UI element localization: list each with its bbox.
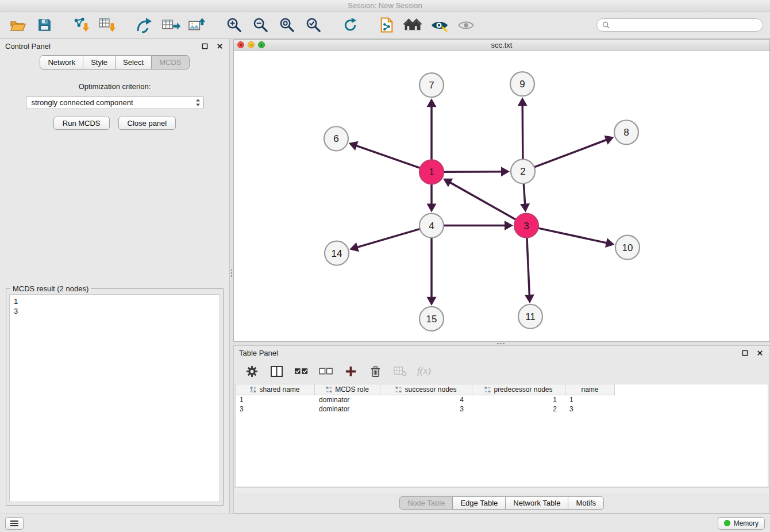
tab-select[interactable]: Select (115, 55, 152, 70)
function-builder-button[interactable]: f(x) (417, 365, 431, 377)
export-image-button[interactable] (186, 14, 208, 36)
tab-style[interactable]: Style (83, 55, 116, 70)
mcds-result-list[interactable]: 1 3 (9, 294, 220, 502)
task-history-button[interactable] (5, 517, 24, 530)
save-session-button[interactable] (33, 14, 55, 36)
table-horizontal-scrollbar[interactable] (234, 487, 769, 493)
graph-edge-arrowhead (525, 294, 534, 303)
graph-edge-1-2[interactable] (442, 172, 501, 172)
table-row[interactable]: 3 dominator 3 2 3 (236, 404, 768, 414)
trash-icon (370, 365, 381, 377)
graph-edge-4-14[interactable] (357, 229, 421, 247)
zoom-in-button[interactable] (223, 14, 245, 36)
mcds-result-title: MCDS result (2 nodes) (10, 284, 91, 293)
open-folder-icon (10, 18, 26, 32)
network-canvas[interactable]: 7968124314101511 (233, 51, 770, 342)
dropdown-arrows-icon (195, 98, 201, 107)
preview-button[interactable] (455, 14, 477, 36)
select-all-button[interactable] (294, 364, 309, 379)
graph-edge-1-6[interactable] (357, 146, 421, 168)
column-header-mcds-role[interactable]: MCDS role (315, 384, 380, 395)
memory-button[interactable]: Memory (718, 517, 765, 530)
window-minimize-icon[interactable] (248, 41, 255, 48)
tab-node-table[interactable]: Node Table (399, 496, 453, 510)
close-icon (217, 43, 223, 49)
graph-edge-3-11[interactable] (527, 237, 529, 295)
column-header-name[interactable]: name (565, 384, 615, 395)
graph-node-label: 4 (429, 221, 434, 232)
close-panel-button[interactable] (215, 42, 224, 51)
search-input[interactable] (613, 21, 757, 29)
tab-network-table[interactable]: Network Table (505, 496, 568, 510)
horizontal-splitter[interactable] (233, 342, 770, 345)
table-row[interactable]: 1 dominator 4 1 1 (236, 395, 768, 404)
tab-mcds[interactable]: MCDS (151, 55, 189, 70)
table-panel-title: Table Panel (239, 349, 734, 357)
houses-icon (403, 18, 423, 32)
houses-button[interactable] (402, 14, 424, 36)
mcds-buttons-row: Run MCDS Close panel (0, 117, 229, 130)
network-document-button[interactable] (376, 14, 398, 36)
import-group (70, 14, 118, 36)
graph-edge-2-9[interactable] (522, 106, 523, 160)
network-graph: 7968124314101511 (234, 51, 769, 341)
run-mcds-button[interactable]: Run MCDS (53, 117, 110, 130)
graph-edge-3-1[interactable] (451, 183, 517, 220)
main-area: Control Panel Network Style Select MCDS (0, 39, 770, 514)
export-table-button[interactable] (160, 14, 182, 36)
tab-motifs[interactable]: Motifs (568, 496, 604, 510)
column-type-icon (250, 387, 256, 393)
toolbar-search[interactable] (596, 18, 763, 32)
column-header-successor-nodes[interactable]: successor nodes (380, 384, 472, 395)
gear-icon (246, 365, 258, 377)
close-panel-action-button[interactable]: Close panel (118, 117, 176, 130)
delete-table-button[interactable] (392, 364, 407, 379)
control-panel-header: Control Panel (0, 39, 229, 53)
delete-column-button[interactable] (368, 364, 383, 379)
zoom-out-button[interactable] (249, 14, 271, 36)
float-table-panel-button[interactable] (740, 349, 749, 358)
graph-node-label: 2 (520, 166, 525, 177)
zoom-selected-button[interactable] (302, 14, 324, 36)
graph-edge-2-3[interactable] (523, 182, 525, 203)
eye-slash-icon (430, 18, 449, 32)
graphics-details-button[interactable] (429, 14, 451, 36)
import-table-button[interactable] (97, 14, 118, 36)
export-network-button[interactable] (133, 14, 155, 36)
graph-edge-arrowhead (427, 297, 437, 306)
window-titlebar: Session: New Session (0, 0, 770, 11)
window-maximize-icon[interactable] (258, 41, 265, 48)
node-table: shared name MCDS role (235, 384, 768, 487)
export-table-icon (161, 18, 180, 33)
import-network-button[interactable] (70, 14, 92, 36)
graph-node-label: 11 (525, 311, 536, 322)
add-column-button[interactable] (343, 364, 358, 379)
deselect-all-button[interactable] (318, 364, 333, 379)
graph-edge-2-8[interactable] (533, 140, 606, 168)
graph-edge-3-10[interactable] (537, 228, 606, 243)
show-columns-button[interactable] (269, 364, 284, 379)
close-table-panel-button[interactable] (755, 349, 764, 358)
tab-edge-table[interactable]: Edge Table (452, 496, 506, 510)
column-header-predecessor-nodes[interactable]: predecessor nodes (472, 384, 565, 395)
column-header-shared-name[interactable]: shared name (236, 384, 315, 395)
window-close-icon[interactable] (237, 41, 244, 48)
criterion-dropdown[interactable]: strongly connected component (26, 96, 204, 109)
list-icon (10, 520, 19, 527)
cell-predecessor-nodes: 1 (472, 395, 565, 404)
open-session-button[interactable] (7, 14, 29, 36)
control-panel-title: Control Panel (5, 42, 194, 51)
table-toolbar: f(x) (234, 360, 769, 382)
graph-node-label: 6 (333, 133, 338, 144)
table-settings-button[interactable] (244, 364, 259, 379)
float-icon (202, 43, 208, 49)
float-panel-button[interactable] (200, 42, 209, 51)
tab-network[interactable]: Network (40, 55, 83, 70)
refresh-button[interactable] (339, 14, 361, 36)
import-network-icon (72, 17, 90, 33)
delete-table-icon (394, 366, 407, 377)
zoom-fit-button[interactable] (276, 14, 298, 36)
column-label: MCDS role (335, 385, 369, 394)
table-panel-header: Table Panel (234, 346, 769, 360)
select-all-checkboxes-icon (294, 366, 309, 376)
